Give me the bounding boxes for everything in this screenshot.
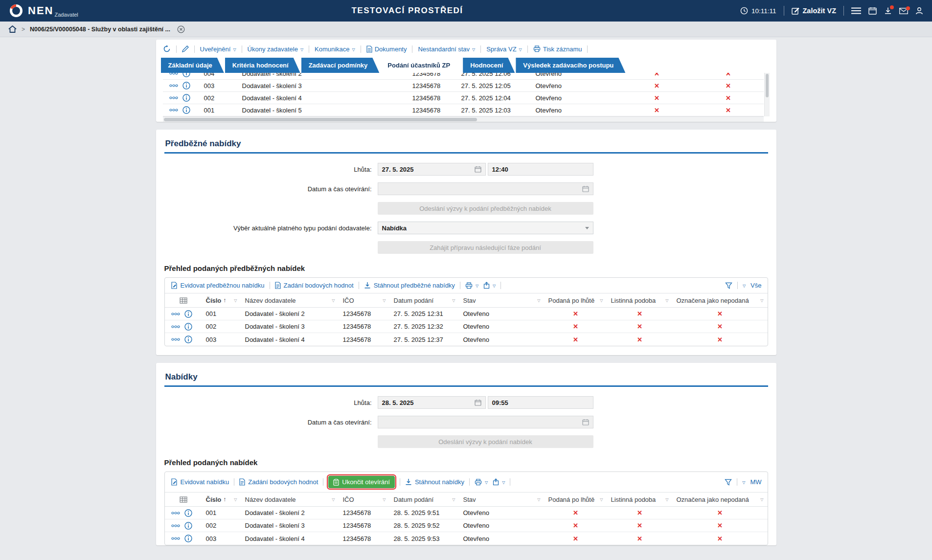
row-menu-icon[interactable]: [169, 73, 178, 75]
table-row[interactable]: 002 Dodavatel - školení 4 12345678 27. 5…: [163, 92, 764, 104]
filter-chevron-icon[interactable]: ▽: [537, 298, 540, 303]
table-row[interactable]: 002 Dodavatel - školení 3 12345678 28. 5…: [165, 519, 768, 532]
header-stav[interactable]: Stav▽: [459, 496, 545, 503]
calendar-icon[interactable]: [475, 166, 481, 173]
breadcrumb-item[interactable]: N006/25/V00005048 - Služby v oblasti zaj…: [30, 26, 170, 33]
info-icon[interactable]: [184, 509, 192, 517]
filter-chevron-icon[interactable]: ▽: [383, 298, 386, 303]
print-table-button[interactable]: ▽: [465, 282, 478, 289]
tab-podani-ucastniku-zp[interactable]: Podání účastníků ZP: [380, 58, 462, 73]
lhuta-time-field[interactable]: 12:40: [488, 163, 593, 176]
filter-chevron-icon[interactable]: ▽: [332, 497, 335, 502]
info-icon[interactable]: [184, 323, 192, 331]
header-cislo[interactable]: Číslo ↑ ▽: [202, 297, 241, 304]
row-menu-icon[interactable]: [171, 313, 180, 315]
tab-zadavaci-podminky[interactable]: Zadávací podmínky: [301, 58, 380, 73]
close-record-button[interactable]: [177, 25, 185, 33]
info-icon[interactable]: [182, 106, 190, 114]
filter-chevron-icon[interactable]: ▽: [234, 298, 237, 303]
filter-chevron-icon[interactable]: ▽: [665, 298, 668, 303]
home-button[interactable]: [8, 25, 17, 33]
stahnout-predbezne-nabidky-button[interactable]: Stáhnout předběžné nabídky: [364, 282, 455, 289]
row-menu-icon[interactable]: [171, 338, 180, 341]
chevron-down-icon[interactable]: ▽: [742, 480, 745, 485]
filter-chevron-icon[interactable]: ▽: [452, 497, 455, 502]
row-menu-icon[interactable]: [169, 96, 178, 99]
menu-nestandardni-stav[interactable]: Nestandardní stav ▽: [418, 45, 475, 53]
oteviranni-date-field[interactable]: [378, 416, 593, 428]
export-table-button[interactable]: ▽: [493, 478, 505, 486]
tab-zakladni-udaje[interactable]: Základní údaje: [161, 58, 224, 73]
evidovat-nabidku-button[interactable]: Evidovat nabídku: [171, 478, 229, 486]
zadani-bodovych-hodnot-button[interactable]: Zadání bodových hodnot: [275, 282, 354, 289]
header-listinna[interactable]: Listinná podoba▽: [607, 297, 673, 304]
row-menu-icon[interactable]: [169, 109, 178, 112]
header-ico[interactable]: IČO▽: [339, 496, 390, 503]
table-row[interactable]: 001 Dodavatel - školení 5 12345678 27. 5…: [163, 104, 764, 116]
header-nazev[interactable]: Název dodavatele▽: [241, 496, 339, 503]
table-row[interactable]: 001 Dodavatel - školení 2 12345678 28. 5…: [165, 507, 768, 519]
chevron-down-icon[interactable]: ▽: [743, 284, 746, 288]
header-datum[interactable]: Datum podání▽: [390, 297, 459, 304]
menu-sprava-vz[interactable]: Správa VZ ▽: [486, 45, 522, 53]
edit-record-button[interactable]: [182, 45, 189, 52]
nen-home-link[interactable]: NEN Zadavatel: [9, 3, 78, 18]
row-menu-icon[interactable]: [171, 537, 180, 540]
filter-chevron-icon[interactable]: ▽: [600, 497, 603, 502]
downloads-button[interactable]: [884, 7, 892, 15]
table-row[interactable]: 003 Dodavatel - školení 3 12345678 27. 5…: [163, 80, 764, 92]
menu-tisk-zaznamu[interactable]: Tisk záznamu: [533, 45, 582, 53]
filter-chevron-icon[interactable]: ▽: [383, 497, 386, 502]
history-button[interactable]: [163, 45, 171, 53]
header-ico[interactable]: IČO▽: [339, 297, 390, 304]
filter-button[interactable]: [725, 479, 732, 486]
calendar-button[interactable]: [868, 7, 877, 15]
filter-chevron-icon[interactable]: ▽: [452, 298, 455, 303]
export-table-button[interactable]: ▽: [483, 282, 496, 289]
info-icon[interactable]: [184, 522, 192, 530]
table-row[interactable]: 004 Dodavatel - školení 2 12345678 27. 5…: [163, 73, 764, 80]
header-oznacena[interactable]: Označena jako nepodaná▽: [673, 297, 768, 304]
scrollbar-thumb[interactable]: [766, 74, 769, 97]
filter-chevron-icon[interactable]: ▽: [537, 497, 540, 502]
filter-chevron-icon[interactable]: ▽: [760, 298, 763, 303]
menu-uverejneni[interactable]: Uveřejnění ▽: [200, 45, 236, 53]
vertical-scrollbar[interactable]: [764, 73, 770, 116]
calendar-icon[interactable]: [582, 185, 589, 192]
menu-komunikace[interactable]: Komunikace ▽: [315, 45, 355, 53]
ukoncit-oteviranni-button[interactable]: Ukončit otevírání: [328, 476, 395, 488]
header-nazev[interactable]: Název dodavatele▽: [241, 297, 339, 304]
header-datum[interactable]: Datum podání▽: [390, 496, 459, 503]
row-menu-icon[interactable]: [169, 84, 178, 87]
tab-hodnoceni[interactable]: Hodnocení: [463, 58, 515, 73]
main-menu-button[interactable]: [851, 7, 861, 14]
user-profile-button[interactable]: [915, 7, 923, 15]
print-table-button[interactable]: ▽: [475, 479, 488, 486]
filter-chevron-icon[interactable]: ▽: [332, 298, 335, 303]
info-icon[interactable]: [184, 535, 192, 542]
horizontal-scrollbar[interactable]: [163, 116, 764, 122]
calendar-icon[interactable]: [582, 419, 589, 426]
info-icon[interactable]: [182, 82, 190, 90]
view-selector[interactable]: Vše: [750, 282, 761, 289]
lhuta-date-field[interactable]: 27. 5. 2025: [378, 163, 486, 176]
typ-podani-select[interactable]: Nabídka: [378, 222, 593, 234]
header-podana[interactable]: Podaná po lhůtě▽: [545, 496, 607, 503]
menu-dokumenty[interactable]: Dokumenty: [366, 45, 407, 53]
table-row[interactable]: 001 Dodavatel - školení 2 12345678 27. 5…: [165, 308, 768, 320]
table-row[interactable]: 003 Dodavatel - školení 4 12345678 28. 5…: [165, 532, 768, 545]
header-listinna[interactable]: Listinná podoba▽: [607, 496, 673, 503]
view-selector[interactable]: MW: [750, 478, 761, 486]
messages-button[interactable]: [899, 8, 908, 14]
lhuta-date-field[interactable]: 28. 5. 2025: [378, 396, 486, 409]
lhuta-time-field[interactable]: 09:55: [488, 396, 593, 409]
filter-chevron-icon[interactable]: ▽: [234, 497, 237, 502]
filter-chevron-icon[interactable]: ▽: [665, 497, 668, 502]
tab-kriteria-hodnoceni[interactable]: Kritéria hodnocení: [225, 58, 300, 73]
info-icon[interactable]: [184, 310, 192, 318]
row-menu-icon[interactable]: [171, 325, 180, 328]
info-icon[interactable]: [182, 73, 190, 77]
oteviranni-date-field[interactable]: [378, 182, 593, 195]
scrollbar-thumb[interactable]: [164, 118, 477, 121]
zalozit-vz-button[interactable]: Založit VZ: [792, 7, 836, 15]
